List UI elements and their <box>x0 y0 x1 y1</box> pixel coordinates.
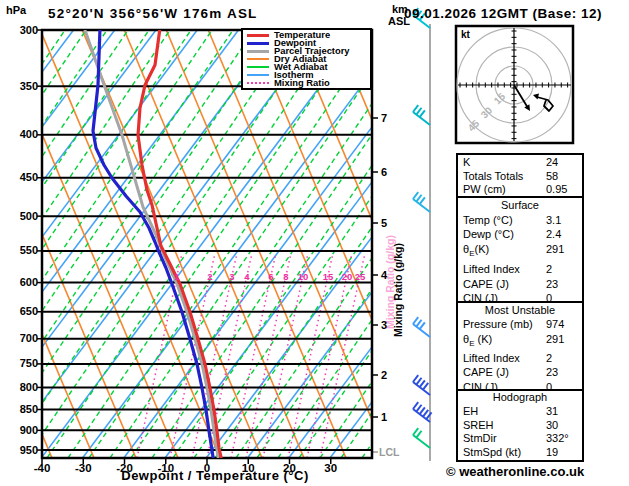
skewt-sounding-screenshot: { "header": { "pressure_unit": "hPa", "s… <box>0 0 629 486</box>
table-row-label: Lifted Index <box>463 263 520 275</box>
datetime-header: 09.01.2026 12GMT (Base: 12) <box>404 6 602 21</box>
mixing-ratio-axis-label: Mixing Ratio (g/kg) <box>392 220 404 360</box>
table-row-value: 332° <box>546 432 569 446</box>
table-section-header: Hodograph <box>458 391 582 405</box>
pressure-tick-label: 750 <box>8 357 38 369</box>
table-row-label: Pressure (mb) <box>463 318 533 330</box>
legend-line-sample <box>247 42 269 45</box>
table-row-label: SREH <box>463 419 494 431</box>
pressure-tick-label: 650 <box>8 305 38 317</box>
legend-line-sample <box>247 74 269 76</box>
pressure-tick-label: 550 <box>8 244 38 256</box>
temperature-tick-label: -10 <box>146 462 186 474</box>
temperature-tick-label: -30 <box>63 462 103 474</box>
table-row-value: 30 <box>546 419 558 433</box>
legend-line-sample <box>247 34 269 37</box>
mixing-ratio-value-label: 4 <box>237 271 257 282</box>
table-row-label: K <box>463 156 470 168</box>
table-row: Pressure (mb)974 <box>458 317 582 331</box>
table-row-value: 2 <box>546 351 552 365</box>
pressure-tick-label: 950 <box>8 444 38 456</box>
table-row: Lifted Index2 <box>458 262 582 277</box>
km-tick-label: 6 <box>381 166 387 178</box>
table-row-label: θE(K) <box>463 243 489 255</box>
indices-table-section: SurfaceTemp (°C)3.1Dewp (°C)2.4θE(K)291L… <box>456 196 584 303</box>
mixing-ratio-value-label: 10 <box>293 271 313 282</box>
table-row-value: 974 <box>546 317 564 331</box>
temperature-tick-label: 30 <box>311 462 351 474</box>
table-row-label: Totals Totals <box>463 170 523 182</box>
hodograph-unit-label: kt <box>461 29 470 40</box>
pressure-tick-label: 300 <box>8 24 38 36</box>
lcl-label: LCL <box>379 446 399 458</box>
pressure-tick-label: 600 <box>8 276 38 288</box>
km-tick-label: 1 <box>381 411 387 423</box>
km-tick-label: 2 <box>381 369 387 381</box>
table-row-value: 291 <box>546 332 564 346</box>
km-tick-label: 3 <box>381 319 387 331</box>
table-row-value: 2 <box>546 262 552 277</box>
mixing-ratio-value-label: 2 <box>200 271 220 282</box>
legend-box: TemperatureDewpointParcel TrajectoryDry … <box>241 28 372 90</box>
table-row-value: 2.4 <box>546 227 561 242</box>
mixing-ratio-value-label: 25 <box>350 271 370 282</box>
pressure-tick-label: 700 <box>8 332 38 344</box>
temperature-tick-label: 0 <box>187 462 227 474</box>
mixing-ratio-value-label: 15 <box>318 271 338 282</box>
table-row-value: 23 <box>546 365 558 379</box>
table-row: θE (K)291 <box>458 332 582 351</box>
pressure-tick-label: 800 <box>8 381 38 393</box>
temperature-tick-label: 20 <box>270 462 310 474</box>
table-row-value: 291 <box>546 242 564 257</box>
table-row: PW (cm)0.95 <box>458 183 582 197</box>
table-row: StmDir332° <box>458 432 582 446</box>
table-row-value: 0.95 <box>546 183 567 197</box>
pressure-tick-label: 450 <box>8 171 38 183</box>
table-row-label: CAPE (J) <box>463 278 509 290</box>
table-row-label: StmSpd (kt) <box>463 446 521 458</box>
legend-line-sample <box>247 50 269 53</box>
table-row: StmSpd (kt)19 <box>458 446 582 460</box>
pressure-tick-label: 350 <box>8 80 38 92</box>
table-row-value: 23 <box>546 277 558 292</box>
indices-table-section: HodographEH31SREH30StmDir332°StmSpd (kt)… <box>456 389 584 462</box>
footer-copyright: © weatheronline.co.uk <box>446 464 584 479</box>
table-row-value: 19 <box>546 446 558 460</box>
legend-line-sample <box>247 82 269 84</box>
table-section-header: Surface <box>458 198 582 213</box>
indices-table-section: Most UnstablePressure (mb)974θE (K)291Li… <box>456 301 584 391</box>
table-row: EH31 <box>458 405 582 419</box>
km-tick-label: 4 <box>381 269 387 281</box>
table-row: SREH30 <box>458 419 582 433</box>
table-row-label: θE (K) <box>463 333 492 345</box>
table-row-label: EH <box>463 405 478 417</box>
pressure-axis-unit: hPa <box>6 4 26 16</box>
pressure-tick-label: 400 <box>8 128 38 140</box>
table-row: CAPE (J)23 <box>458 365 582 379</box>
table-row: Lifted Index2 <box>458 351 582 365</box>
table-row-label: Temp (°C) <box>463 214 513 226</box>
legend-line-sample <box>247 58 269 60</box>
table-row-label: StmDir <box>463 432 497 444</box>
table-row-value: 58 <box>546 170 558 184</box>
table-row: θE(K)291 <box>458 242 582 262</box>
table-row-label: CAPE (J) <box>463 366 509 378</box>
legend-line-sample <box>247 66 269 68</box>
table-row-label: Dewp (°C) <box>463 228 514 240</box>
pressure-tick-label: 850 <box>8 403 38 415</box>
table-row: Temp (°C)3.1 <box>458 213 582 228</box>
legend-item-label: Mixing Ratio <box>274 79 330 87</box>
mixing-ratio-value-label: 1 <box>167 271 187 282</box>
table-row: Totals Totals58 <box>458 170 582 184</box>
table-row: Dewp (°C)2.4 <box>458 227 582 242</box>
indices-table-section: K24Totals Totals58PW (cm)0.95 <box>456 153 584 198</box>
temperature-tick-label: 10 <box>228 462 268 474</box>
temperature-tick-label: -40 <box>22 462 62 474</box>
legend-item: Mixing Ratio <box>247 79 370 87</box>
table-row-value: 31 <box>546 405 558 419</box>
km-tick-label: 5 <box>381 217 387 229</box>
station-title: 52°20'N 356°56'W 176m ASL <box>48 6 258 21</box>
table-row: K24 <box>458 156 582 170</box>
table-row-label: Lifted Index <box>463 352 520 364</box>
km-tick-label: 7 <box>381 112 387 124</box>
